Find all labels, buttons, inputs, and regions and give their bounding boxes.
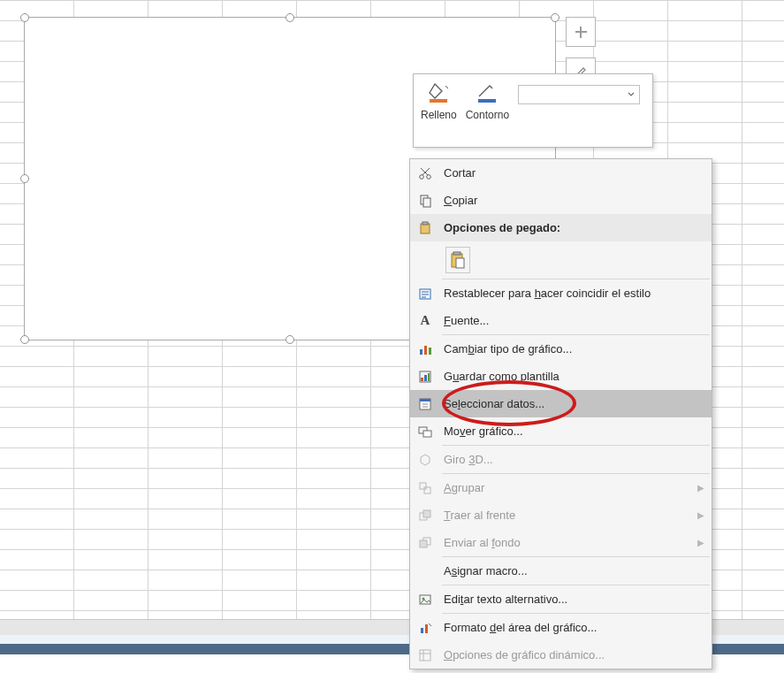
reset-style-icon <box>415 284 435 303</box>
svg-rect-33 <box>420 650 430 661</box>
submenu-arrow-icon: ▶ <box>697 538 704 547</box>
pivot-chart-icon <box>415 646 435 665</box>
send-back-icon <box>415 533 435 553</box>
move-chart-icon <box>415 422 435 441</box>
chart-context-menu: Cortar CCopiaropiar Opciones de pegado: … <box>409 158 712 669</box>
svg-rect-22 <box>423 431 431 437</box>
resize-handle-b[interactable] <box>285 335 294 344</box>
menu-send-back: Enviar al fondo ▶ <box>410 529 712 556</box>
svg-rect-7 <box>422 222 428 225</box>
font-icon: A <box>415 311 435 331</box>
save-template-icon <box>415 367 435 386</box>
menu-3d-rotation: Giro 3D... <box>410 446 712 473</box>
menu-font[interactable]: A Fuente... <box>410 307 712 334</box>
menu-reset-style[interactable]: Restablecer para hacer coincidir el esti… <box>410 279 712 307</box>
menu-save-template[interactable]: Guardar como plantilla <box>410 363 712 390</box>
menu-group: Agrupar ▶ <box>410 474 712 501</box>
style-gallery-dropdown[interactable] <box>518 85 640 104</box>
mini-format-toolbar: Relleno Contorno <box>413 73 653 148</box>
svg-point-2 <box>420 174 424 179</box>
fill-dropdown[interactable]: Relleno <box>421 80 457 121</box>
menu-format-chart-area[interactable]: Formato del área del gráfico... <box>410 614 712 641</box>
fill-label: Relleno <box>421 109 457 121</box>
menu-copy[interactable]: CCopiaropiar <box>410 187 712 214</box>
select-data-icon <box>415 394 435 414</box>
svg-rect-23 <box>420 483 426 489</box>
alt-text-icon <box>415 590 435 609</box>
menu-cut[interactable]: Cortar <box>410 159 712 187</box>
add-chart-element-button[interactable] <box>566 17 596 47</box>
outline-icon <box>475 80 499 105</box>
menu-change-chart-type[interactable]: Cambiar tipo de gráfico... <box>410 335 712 363</box>
paste-options-label: Opciones de pegado: <box>444 221 704 234</box>
menu-bring-front: Traer al frente ▶ <box>410 501 712 529</box>
svg-rect-14 <box>429 348 431 355</box>
menu-select-data[interactable]: Seleccionar datos... <box>410 390 712 417</box>
format-chart-icon <box>415 618 435 638</box>
svg-rect-10 <box>456 258 464 268</box>
plus-icon <box>575 26 588 39</box>
menu-pivot-chart-options: Opciones de gráfico dinámico... <box>410 641 712 669</box>
svg-rect-20 <box>420 399 430 402</box>
group-icon <box>415 478 435 498</box>
resize-handle-t[interactable] <box>285 13 294 22</box>
bring-front-icon <box>415 506 435 525</box>
fill-icon <box>426 80 451 105</box>
svg-rect-13 <box>424 346 427 355</box>
menu-move-chart[interactable]: Mover gráfico... <box>410 417 712 445</box>
scissors-icon <box>415 164 435 183</box>
resize-handle-tr[interactable] <box>551 13 559 22</box>
menu-paste-options-header: Opciones de pegado: <box>410 214 712 241</box>
svg-rect-28 <box>420 540 427 547</box>
svg-rect-32 <box>425 624 428 633</box>
svg-rect-5 <box>423 198 430 207</box>
submenu-arrow-icon: ▶ <box>697 510 704 520</box>
svg-point-3 <box>427 174 431 179</box>
paste-icon <box>415 218 435 238</box>
svg-rect-9 <box>453 252 461 255</box>
svg-rect-12 <box>420 349 422 355</box>
svg-rect-6 <box>421 224 430 233</box>
blank-icon <box>415 562 435 581</box>
svg-rect-31 <box>421 628 423 633</box>
copy-icon <box>415 191 435 210</box>
resize-handle-l[interactable] <box>20 174 29 183</box>
svg-rect-26 <box>423 510 430 517</box>
menu-edit-alt-text[interactable]: Editar texto alternativo... <box>410 585 712 613</box>
menu-paste-default[interactable] <box>410 241 712 279</box>
rotate-3d-icon <box>415 450 435 470</box>
outline-label: Contorno <box>466 109 509 121</box>
outline-dropdown[interactable]: Contorno <box>466 80 509 121</box>
submenu-arrow-icon: ▶ <box>697 483 704 493</box>
svg-rect-18 <box>428 373 430 381</box>
chevron-down-icon <box>628 91 635 98</box>
svg-rect-17 <box>424 375 427 381</box>
svg-rect-0 <box>430 99 447 103</box>
menu-assign-macro[interactable]: Asignar macro... <box>410 557 712 585</box>
resize-handle-bl[interactable] <box>20 335 29 344</box>
chart-type-icon <box>415 340 435 359</box>
svg-rect-24 <box>424 487 430 493</box>
resize-handle-tl[interactable] <box>20 13 29 22</box>
svg-rect-1 <box>478 99 496 103</box>
svg-rect-16 <box>421 378 423 381</box>
paste-clipboard-icon <box>445 247 470 273</box>
